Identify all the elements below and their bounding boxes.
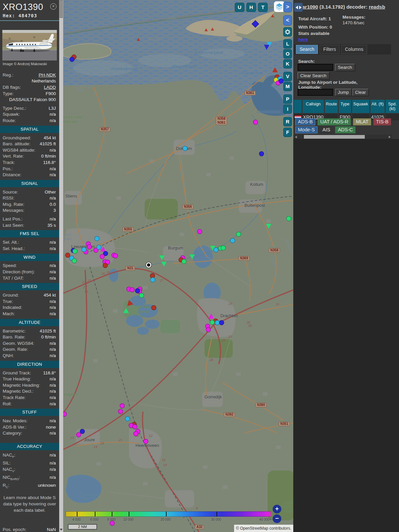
aircraft-marker[interactable] bbox=[137, 38, 140, 41]
column-header-callsign[interactable]: Callsign bbox=[303, 100, 324, 113]
aircraft-marker[interactable] bbox=[94, 236, 99, 241]
aircraft-marker[interactable] bbox=[272, 67, 278, 72]
aircraft-marker[interactable] bbox=[182, 259, 187, 264]
source-badge-uat-ads-r[interactable]: UAT / ADS-R bbox=[318, 118, 351, 125]
aircraft-marker[interactable] bbox=[210, 320, 215, 325]
settings-button[interactable] bbox=[283, 27, 292, 37]
aircraft-marker[interactable] bbox=[266, 224, 272, 229]
aircraft-marker[interactable] bbox=[100, 254, 105, 259]
map[interactable]: FryslânDe HônEngelsmanplaatAmelanderwadW… bbox=[63, 0, 293, 532]
aircraft-marker[interactable] bbox=[103, 263, 108, 268]
aircraft-marker[interactable] bbox=[139, 293, 144, 298]
aircraft-marker[interactable] bbox=[113, 253, 118, 258]
scrollbar-thumb[interactable] bbox=[60, 0, 63, 18]
aircraft-marker[interactable] bbox=[208, 314, 214, 319]
aircraft-marker[interactable] bbox=[125, 300, 133, 308]
map-button-t[interactable]: T bbox=[258, 3, 268, 12]
aircraft-marker[interactable] bbox=[118, 409, 123, 414]
aircraft-marker[interactable] bbox=[221, 245, 226, 250]
aircraft-marker[interactable] bbox=[69, 57, 74, 62]
tab-search[interactable]: Search bbox=[296, 45, 318, 54]
zoom-out-button[interactable]: − bbox=[273, 514, 281, 523]
aircraft-marker[interactable] bbox=[123, 308, 129, 313]
map-button-k[interactable]: K bbox=[283, 59, 292, 68]
map-button-u[interactable]: U bbox=[235, 3, 244, 12]
aircraft-marker[interactable] bbox=[81, 247, 86, 252]
map-button-i[interactable]: I bbox=[283, 104, 292, 114]
map-button-p[interactable]: P bbox=[283, 94, 292, 104]
map-button-o[interactable]: O bbox=[283, 49, 292, 59]
search-input[interactable] bbox=[298, 64, 333, 71]
aircraft-marker[interactable] bbox=[132, 424, 137, 429]
column-header-spd-kt[interactable]: Spd. (kt) bbox=[386, 100, 399, 113]
aircraft-marker[interactable] bbox=[230, 238, 235, 243]
collapse-left-button[interactable]: < bbox=[283, 15, 292, 26]
jump-clear-button[interactable]: Clear bbox=[352, 89, 368, 96]
close-icon[interactable]: × bbox=[50, 3, 57, 10]
search-button[interactable]: Search bbox=[335, 64, 355, 71]
map-button-f[interactable]: F bbox=[283, 128, 292, 137]
aircraft-marker[interactable] bbox=[125, 416, 130, 421]
aircraft-marker[interactable] bbox=[76, 432, 81, 437]
aircraft-marker[interactable] bbox=[211, 28, 214, 31]
map-button-h[interactable]: H bbox=[246, 3, 256, 12]
column-header-squawk[interactable]: Squawk bbox=[352, 100, 369, 113]
zoom-in-button[interactable]: + bbox=[273, 505, 281, 513]
data-value[interactable]: LADD bbox=[44, 85, 56, 90]
jump-input[interactable] bbox=[298, 89, 333, 96]
aircraft-marker[interactable] bbox=[213, 247, 218, 252]
hscroll-right-arrow[interactable] bbox=[389, 136, 391, 138]
aircraft-marker[interactable] bbox=[286, 216, 291, 221]
sidebar-toggle-button[interactable] bbox=[294, 3, 303, 12]
source-badge-tis-b[interactable]: TIS-B bbox=[373, 118, 391, 125]
map-button-l[interactable]: L bbox=[283, 39, 292, 49]
left-panel-scrollbar[interactable] bbox=[59, 0, 63, 532]
aircraft-marker[interactable] bbox=[120, 403, 125, 408]
aircraft-marker[interactable] bbox=[279, 78, 284, 83]
tab-columns[interactable]: Columns bbox=[341, 45, 367, 54]
aircraft-marker[interactable] bbox=[259, 151, 264, 156]
aircraft-marker[interactable] bbox=[159, 255, 165, 260]
aircraft-marker[interactable] bbox=[96, 245, 101, 250]
clear-search-button[interactable]: Clear Search bbox=[298, 72, 329, 79]
selected-aircraft-marker[interactable] bbox=[146, 262, 151, 268]
expand-right-button[interactable]: > bbox=[283, 2, 292, 12]
decoder-link[interactable]: readsb bbox=[369, 4, 385, 10]
source-badge-ais[interactable]: AIS bbox=[320, 126, 333, 133]
aircraft-marker[interactable] bbox=[206, 327, 211, 332]
aircraft-marker[interactable] bbox=[143, 439, 148, 444]
source-badge-ads-b[interactable]: ADS-B bbox=[295, 118, 315, 125]
column-header-type[interactable]: Type bbox=[339, 100, 351, 113]
column-header-alt-ft[interactable]: Alt. (ft) bbox=[370, 100, 385, 113]
stats-here-link[interactable]: here bbox=[298, 37, 308, 42]
tab-filters[interactable]: Filters bbox=[320, 45, 339, 54]
aircraft-marker[interactable] bbox=[72, 258, 77, 263]
aircraft-marker[interactable] bbox=[161, 262, 167, 267]
aircraft-marker[interactable] bbox=[133, 431, 138, 436]
aircraft-marker[interactable] bbox=[190, 254, 195, 259]
column-header-route[interactable]: Route bbox=[325, 100, 338, 113]
aircraft-marker[interactable] bbox=[151, 305, 156, 310]
aircraft-marker[interactable] bbox=[72, 249, 77, 254]
scrollbar-down-arrow[interactable] bbox=[60, 529, 63, 531]
aircraft-marker[interactable] bbox=[87, 244, 92, 249]
aircraft-marker[interactable] bbox=[204, 28, 208, 31]
aircraft-marker[interactable] bbox=[63, 412, 67, 417]
aircraft-marker[interactable] bbox=[236, 232, 241, 237]
aircraft-marker[interactable] bbox=[130, 287, 135, 292]
aircraft-marker[interactable] bbox=[253, 120, 258, 125]
map-button-r[interactable]: R bbox=[283, 117, 292, 126]
table-horizontal-scrollbar[interactable] bbox=[294, 135, 392, 139]
aircraft-marker[interactable] bbox=[219, 320, 224, 325]
app-name-link[interactable]: tar1090 bbox=[301, 4, 318, 10]
map-button-v[interactable]: V bbox=[283, 72, 292, 81]
source-badge-ads-c[interactable]: ADS-C bbox=[335, 126, 355, 133]
jump-button[interactable]: Jump bbox=[335, 89, 351, 96]
source-badge-mlat[interactable]: MLAT bbox=[353, 118, 371, 125]
column-header[interactable] bbox=[294, 100, 302, 113]
aircraft-marker[interactable] bbox=[252, 20, 259, 28]
aircraft-marker[interactable] bbox=[264, 45, 270, 50]
data-value[interactable]: PH-NDK bbox=[39, 72, 56, 77]
aircraft-marker[interactable] bbox=[271, 14, 274, 17]
hscroll-left-arrow[interactable] bbox=[295, 136, 297, 138]
